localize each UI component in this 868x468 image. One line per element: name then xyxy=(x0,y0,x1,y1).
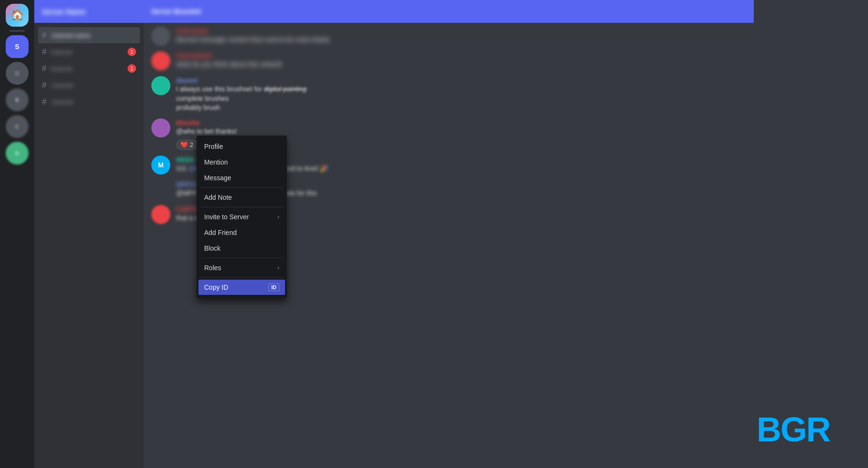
message-text-1: blurred message content that cannot be r… xyxy=(176,35,860,45)
avatar-5: M xyxy=(151,156,170,175)
avatar-1 xyxy=(151,27,170,46)
channel-list: Server Name # channel name # channel 1 #… xyxy=(34,0,144,468)
add-friend-label: Add Friend xyxy=(204,229,237,236)
avatar-6 xyxy=(151,180,170,199)
context-menu-invite-server[interactable]: Invite to Server › xyxy=(198,209,285,224)
id-badge: ID xyxy=(268,283,279,291)
channel-item-4[interactable]: # channel xyxy=(38,77,140,93)
boost-text: Server Boosted xyxy=(151,8,200,15)
roles-label: Roles xyxy=(204,264,221,272)
channel-name: channel name xyxy=(51,32,90,39)
message-text-3-line1: I always use this brushset for digital p… xyxy=(176,85,860,94)
message-author-1: Username xyxy=(176,27,208,35)
context-menu-block[interactable]: Block xyxy=(198,241,285,256)
message-content-2: Username2 what do you think about this a… xyxy=(176,51,860,69)
message-text-2: what do you think about this artwork xyxy=(176,60,860,69)
add-note-label: Add Note xyxy=(204,194,232,201)
message-label: Message xyxy=(204,174,231,182)
roles-arrow-icon: › xyxy=(277,264,279,271)
channel-items: # channel name # channel 1 # channel 1 #… xyxy=(34,23,144,114)
channel-name-5: channel xyxy=(51,98,73,106)
hash-icon-3: # xyxy=(42,64,47,74)
message-text-4: @who to bet thanks! xyxy=(176,127,860,136)
context-menu-profile[interactable]: Profile xyxy=(198,139,285,154)
message-content-3: davent I always use this brushset for di… xyxy=(176,76,860,113)
hash-icon-5: # xyxy=(42,97,47,107)
channel-item-5[interactable]: # channel xyxy=(38,94,140,110)
server-sidebar: 🏠 S A B C D xyxy=(0,0,34,468)
hash-icon-4: # xyxy=(42,80,47,90)
block-label: Block xyxy=(204,244,220,252)
sidebar-server5-icon[interactable]: D xyxy=(6,142,29,165)
message-content-1: Username blurred message content that ca… xyxy=(176,27,860,45)
divider-1 xyxy=(200,187,283,188)
message-author-5: MEE6 xyxy=(176,156,194,164)
context-menu-roles[interactable]: Roles › xyxy=(198,260,285,275)
bgr-watermark: BGR xyxy=(757,410,830,449)
message-row-3: davent I always use this brushset for di… xyxy=(151,76,860,113)
message-row-1: Username blurred message content that ca… xyxy=(151,27,860,46)
message-row-2: Username2 what do you think about this a… xyxy=(151,51,860,70)
profile-label: Profile xyxy=(204,143,223,150)
copy-id-label: Copy ID xyxy=(204,283,228,291)
channel-item-2[interactable]: # channel 1 xyxy=(38,44,140,60)
avatar-3 xyxy=(151,76,170,95)
hash-icon-2: # xyxy=(42,47,47,57)
invite-server-arrow-icon: › xyxy=(277,214,279,220)
reaction-count: 2 xyxy=(190,141,193,148)
hash-icon: # xyxy=(42,30,47,40)
context-menu: Profile Mention Message Add Note Invite … xyxy=(197,136,287,298)
avatar-2 xyxy=(151,51,170,70)
divider-3 xyxy=(200,258,283,258)
channel-badge-2: 1 xyxy=(128,48,136,56)
channel-name-3: channel xyxy=(50,65,72,72)
message-author-2: Username2 xyxy=(176,52,212,59)
channel-item-active[interactable]: # channel name xyxy=(38,27,140,43)
context-menu-add-friend[interactable]: Add Friend xyxy=(198,225,285,240)
channel-badge-3: 1 xyxy=(128,64,136,73)
avatar-4 xyxy=(151,118,170,137)
message-text-3-line2: complete brushes xyxy=(176,94,860,104)
message-author-3: davent xyxy=(176,77,197,84)
sidebar-server4-icon[interactable]: C xyxy=(6,115,29,138)
heart-reaction[interactable]: ❤️ 2 xyxy=(176,140,197,150)
invite-server-label: Invite to Server xyxy=(204,213,249,221)
divider-2 xyxy=(200,207,283,207)
avatar-7 xyxy=(151,205,170,224)
message-author-4: khusha xyxy=(176,119,199,127)
context-menu-message[interactable]: Message xyxy=(198,170,285,185)
sidebar-home-icon[interactable]: 🏠 xyxy=(6,4,29,27)
sidebar-server1-icon[interactable]: S xyxy=(6,35,29,58)
channel-name-4: channel xyxy=(51,82,73,89)
boost-bar: Server Boosted xyxy=(144,0,754,23)
context-menu-mention[interactable]: Mention xyxy=(198,155,285,170)
server-name-header[interactable]: Server Name xyxy=(34,0,144,23)
channel-name-2: channel xyxy=(50,49,72,56)
sidebar-server2-icon[interactable]: A xyxy=(6,62,29,85)
mention-label: Mention xyxy=(204,158,228,166)
channel-item-3[interactable]: # channel 1 xyxy=(38,60,140,77)
sidebar-server3-icon[interactable]: B xyxy=(6,88,29,111)
divider-4 xyxy=(200,277,283,278)
message-text-3-line3: probably brush xyxy=(176,103,860,113)
context-menu-add-note[interactable]: Add Note xyxy=(198,190,285,205)
server-name-text: Server Name xyxy=(42,8,86,16)
context-menu-copy-id[interactable]: Copy ID ID xyxy=(198,280,285,295)
